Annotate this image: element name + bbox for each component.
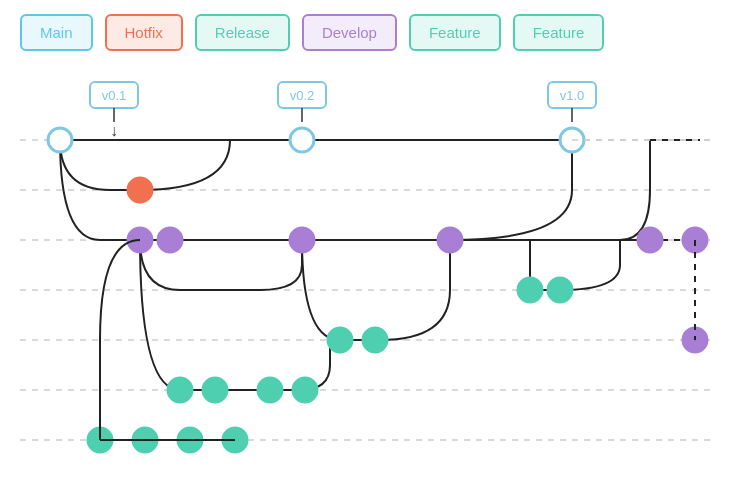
graph-svg: v0.1 ↓ v0.2 ↓ v1.0 ↓ bbox=[0, 80, 730, 500]
node-feature2-2 bbox=[203, 378, 227, 402]
legend-feature1: Feature bbox=[409, 14, 501, 51]
node-feature2-3 bbox=[258, 378, 282, 402]
legend-feature2: Feature bbox=[513, 14, 605, 51]
node-develop-2 bbox=[158, 228, 182, 252]
node-develop-3 bbox=[290, 228, 314, 252]
node-feature1-1 bbox=[518, 278, 542, 302]
svg-text:v1.0: v1.0 bbox=[560, 88, 585, 103]
node-develop-4 bbox=[438, 228, 462, 252]
svg-text:v0.1: v0.1 bbox=[102, 88, 127, 103]
svg-text:↓: ↓ bbox=[110, 122, 118, 139]
node-hotfix-1 bbox=[128, 178, 152, 202]
node-feature2-1 bbox=[168, 378, 192, 402]
node-feature1-2 bbox=[548, 278, 572, 302]
legend-release: Release bbox=[195, 14, 290, 51]
legend-hotfix: Hotfix bbox=[105, 14, 183, 51]
legend: Main Hotfix Release Develop Feature Feat… bbox=[0, 0, 730, 65]
git-graph: v0.1 ↓ v0.2 ↓ v1.0 ↓ bbox=[0, 80, 730, 500]
node-feature2-4 bbox=[293, 378, 317, 402]
node-develop-5 bbox=[638, 228, 662, 252]
legend-main: Main bbox=[20, 14, 93, 51]
node-main-1 bbox=[48, 128, 72, 152]
legend-develop: Develop bbox=[302, 14, 397, 51]
svg-text:v0.2: v0.2 bbox=[290, 88, 315, 103]
node-main-2 bbox=[290, 128, 314, 152]
node-release-1 bbox=[328, 328, 352, 352]
node-release-2 bbox=[363, 328, 387, 352]
